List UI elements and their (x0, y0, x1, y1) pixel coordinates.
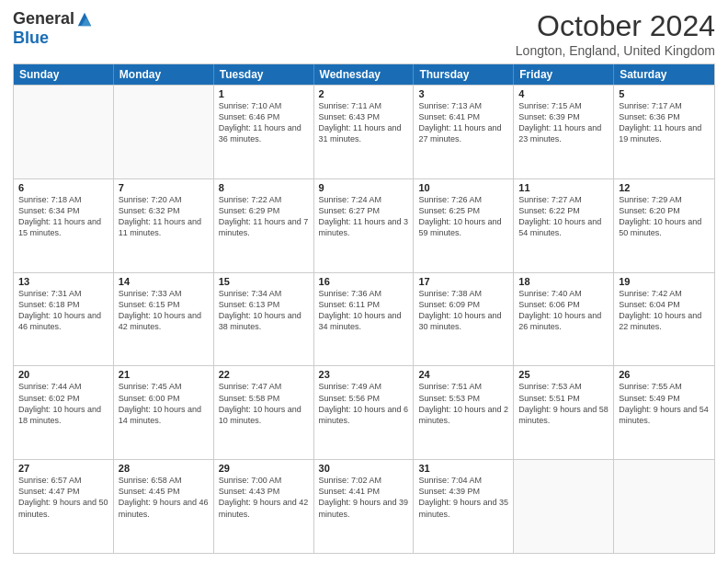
day-number: 13 (18, 276, 108, 287)
cell-info: Sunrise: 7:20 AM Sunset: 6:32 PM Dayligh… (119, 194, 209, 239)
cal-cell: 5Sunrise: 7:17 AM Sunset: 6:36 PM Daylig… (614, 86, 714, 178)
page: General Blue October 2024 Longton, Engla… (0, 0, 728, 563)
day-number: 27 (18, 463, 108, 474)
day-number: 21 (119, 369, 209, 380)
cal-cell: 25Sunrise: 7:53 AM Sunset: 5:51 PM Dayli… (514, 366, 614, 459)
cal-week-2: 6Sunrise: 7:18 AM Sunset: 6:34 PM Daylig… (14, 178, 714, 272)
cell-info: Sunrise: 7:42 AM Sunset: 6:04 PM Dayligh… (619, 288, 710, 333)
day-number: 20 (18, 369, 108, 380)
day-number: 29 (219, 463, 309, 474)
cal-cell: 21Sunrise: 7:45 AM Sunset: 6:00 PM Dayli… (114, 366, 214, 459)
month-title: October 2024 (516, 9, 715, 43)
day-number: 18 (518, 276, 609, 287)
cal-cell: 3Sunrise: 7:13 AM Sunset: 6:41 PM Daylig… (414, 86, 514, 178)
cal-cell: 22Sunrise: 7:47 AM Sunset: 5:58 PM Dayli… (214, 366, 314, 459)
cell-info: Sunrise: 7:13 AM Sunset: 6:41 PM Dayligh… (418, 100, 508, 145)
day-number: 22 (219, 369, 309, 380)
cell-info: Sunrise: 7:55 AM Sunset: 5:49 PM Dayligh… (619, 381, 710, 426)
day-number: 19 (619, 276, 710, 287)
cal-cell: 26Sunrise: 7:55 AM Sunset: 5:49 PM Dayli… (614, 366, 714, 459)
cal-header-day-saturday: Saturday (614, 64, 714, 85)
cell-info: Sunrise: 7:17 AM Sunset: 6:36 PM Dayligh… (619, 100, 710, 145)
day-number: 4 (518, 88, 609, 99)
cal-cell (114, 86, 214, 178)
calendar: SundayMondayTuesdayWednesdayThursdayFrid… (13, 63, 715, 554)
day-number: 16 (319, 276, 409, 287)
cell-info: Sunrise: 6:57 AM Sunset: 4:47 PM Dayligh… (18, 475, 108, 520)
cell-info: Sunrise: 7:40 AM Sunset: 6:06 PM Dayligh… (518, 288, 609, 333)
cal-cell: 9Sunrise: 7:24 AM Sunset: 6:27 PM Daylig… (314, 179, 415, 272)
day-number: 30 (319, 463, 409, 474)
cell-info: Sunrise: 7:33 AM Sunset: 6:15 PM Dayligh… (119, 288, 209, 333)
day-number: 15 (219, 276, 309, 287)
cell-info: Sunrise: 7:34 AM Sunset: 6:13 PM Dayligh… (219, 288, 309, 333)
cal-week-1: 1Sunrise: 7:10 AM Sunset: 6:46 PM Daylig… (14, 85, 714, 178)
cell-info: Sunrise: 7:47 AM Sunset: 5:58 PM Dayligh… (219, 381, 309, 426)
day-number: 5 (619, 88, 710, 99)
cal-header-day-friday: Friday (514, 64, 614, 85)
cal-cell: 18Sunrise: 7:40 AM Sunset: 6:06 PM Dayli… (514, 273, 614, 366)
cal-header-day-wednesday: Wednesday (314, 64, 415, 85)
cal-cell (614, 460, 714, 553)
header-right: October 2024 Longton, England, United Ki… (516, 9, 715, 58)
cell-info: Sunrise: 7:10 AM Sunset: 6:46 PM Dayligh… (219, 100, 309, 145)
day-number: 14 (119, 276, 209, 287)
day-number: 28 (119, 463, 209, 474)
cal-cell: 27Sunrise: 6:57 AM Sunset: 4:47 PM Dayli… (14, 460, 114, 553)
cal-cell: 1Sunrise: 7:10 AM Sunset: 6:46 PM Daylig… (214, 86, 314, 178)
cal-cell: 14Sunrise: 7:33 AM Sunset: 6:15 PM Dayli… (114, 273, 214, 366)
cal-cell: 4Sunrise: 7:15 AM Sunset: 6:39 PM Daylig… (514, 86, 614, 178)
cell-info: Sunrise: 7:04 AM Sunset: 4:39 PM Dayligh… (418, 475, 508, 520)
cal-header-day-tuesday: Tuesday (214, 64, 314, 85)
cell-info: Sunrise: 7:44 AM Sunset: 6:02 PM Dayligh… (18, 381, 108, 426)
cal-cell: 15Sunrise: 7:34 AM Sunset: 6:13 PM Dayli… (214, 273, 314, 366)
cal-week-4: 20Sunrise: 7:44 AM Sunset: 6:02 PM Dayli… (14, 365, 714, 459)
cal-cell: 16Sunrise: 7:36 AM Sunset: 6:11 PM Dayli… (314, 273, 415, 366)
day-number: 23 (319, 369, 409, 380)
logo: General Blue (13, 9, 93, 48)
day-number: 6 (18, 182, 108, 193)
cell-info: Sunrise: 7:15 AM Sunset: 6:39 PM Dayligh… (518, 100, 609, 145)
cal-week-5: 27Sunrise: 6:57 AM Sunset: 4:47 PM Dayli… (14, 459, 714, 553)
day-number: 9 (319, 182, 409, 193)
cal-cell: 28Sunrise: 6:58 AM Sunset: 4:45 PM Dayli… (114, 460, 214, 553)
logo-icon (76, 11, 93, 28)
cal-week-3: 13Sunrise: 7:31 AM Sunset: 6:18 PM Dayli… (14, 272, 714, 366)
calendar-header: SundayMondayTuesdayWednesdayThursdayFrid… (14, 64, 714, 85)
day-number: 24 (418, 369, 508, 380)
day-number: 17 (418, 276, 508, 287)
cell-info: Sunrise: 7:22 AM Sunset: 6:29 PM Dayligh… (219, 194, 309, 239)
cell-info: Sunrise: 7:00 AM Sunset: 4:43 PM Dayligh… (219, 475, 309, 520)
cell-info: Sunrise: 7:18 AM Sunset: 6:34 PM Dayligh… (18, 194, 108, 239)
cell-info: Sunrise: 7:49 AM Sunset: 5:56 PM Dayligh… (319, 381, 409, 426)
cal-cell: 19Sunrise: 7:42 AM Sunset: 6:04 PM Dayli… (614, 273, 714, 366)
cell-info: Sunrise: 6:58 AM Sunset: 4:45 PM Dayligh… (119, 475, 209, 520)
cal-cell: 17Sunrise: 7:38 AM Sunset: 6:09 PM Dayli… (414, 273, 514, 366)
cell-info: Sunrise: 7:31 AM Sunset: 6:18 PM Dayligh… (18, 288, 108, 333)
cell-info: Sunrise: 7:02 AM Sunset: 4:41 PM Dayligh… (319, 475, 409, 520)
day-number: 11 (518, 182, 609, 193)
calendar-body: 1Sunrise: 7:10 AM Sunset: 6:46 PM Daylig… (14, 85, 714, 553)
day-number: 25 (518, 369, 609, 380)
day-number: 1 (219, 88, 309, 99)
cal-cell: 23Sunrise: 7:49 AM Sunset: 5:56 PM Dayli… (314, 366, 415, 459)
cell-info: Sunrise: 7:53 AM Sunset: 5:51 PM Dayligh… (518, 381, 609, 426)
cal-cell: 11Sunrise: 7:27 AM Sunset: 6:22 PM Dayli… (514, 179, 614, 272)
cal-cell: 10Sunrise: 7:26 AM Sunset: 6:25 PM Dayli… (414, 179, 514, 272)
cal-cell: 13Sunrise: 7:31 AM Sunset: 6:18 PM Dayli… (14, 273, 114, 366)
day-number: 3 (418, 88, 508, 99)
cal-cell: 20Sunrise: 7:44 AM Sunset: 6:02 PM Dayli… (14, 366, 114, 459)
day-number: 12 (619, 182, 710, 193)
cal-cell: 8Sunrise: 7:22 AM Sunset: 6:29 PM Daylig… (214, 179, 314, 272)
cell-info: Sunrise: 7:29 AM Sunset: 6:20 PM Dayligh… (619, 194, 710, 239)
cell-info: Sunrise: 7:51 AM Sunset: 5:53 PM Dayligh… (418, 381, 508, 426)
logo-blue-text: Blue (13, 29, 49, 48)
day-number: 10 (418, 182, 508, 193)
cal-cell (514, 460, 614, 553)
cal-cell: 30Sunrise: 7:02 AM Sunset: 4:41 PM Dayli… (314, 460, 415, 553)
cal-cell: 31Sunrise: 7:04 AM Sunset: 4:39 PM Dayli… (414, 460, 514, 553)
cal-cell: 12Sunrise: 7:29 AM Sunset: 6:20 PM Dayli… (614, 179, 714, 272)
cell-info: Sunrise: 7:11 AM Sunset: 6:43 PM Dayligh… (319, 100, 409, 145)
day-number: 7 (119, 182, 209, 193)
cal-cell: 7Sunrise: 7:20 AM Sunset: 6:32 PM Daylig… (114, 179, 214, 272)
